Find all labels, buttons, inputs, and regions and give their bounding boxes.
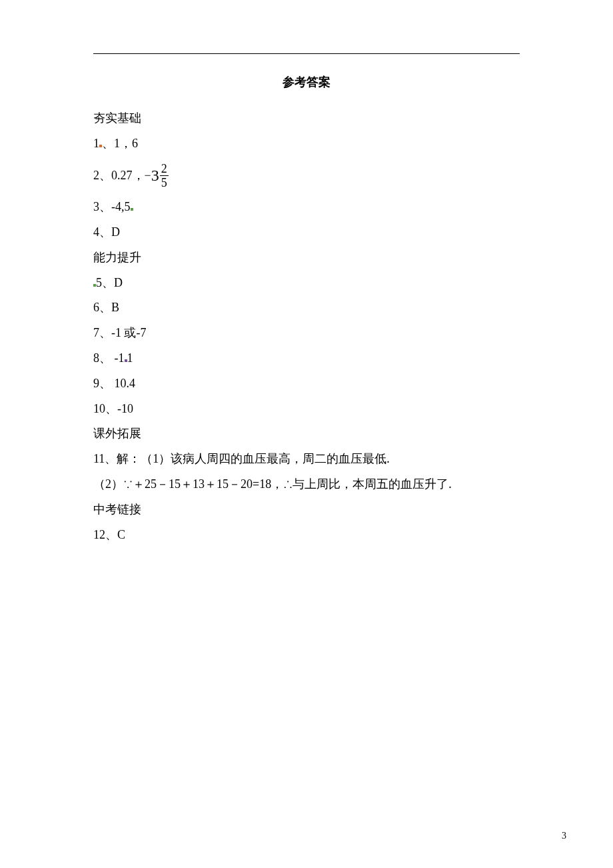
answer-1-text: 、1，6 <box>102 137 138 150</box>
marker-icon <box>131 208 133 211</box>
answer-8: 8、 -11 <box>93 346 520 371</box>
section-heading-2: 能力提升 <box>93 245 520 271</box>
answer-5-text: 5、D <box>96 276 123 289</box>
fraction-part: 2 5 <box>160 163 169 189</box>
answer-5: 5、D <box>93 271 520 296</box>
answer-2: 2、0.27， − 3 2 5 <box>93 157 520 195</box>
answer-3-text: 3、-4,5 <box>93 200 131 213</box>
answer-6: 6、B <box>93 295 520 321</box>
section-heading-4: 中考链接 <box>93 497 520 523</box>
answer-11-line1: 11、解：（1）该病人周四的血压最高，周二的血压最低. <box>93 447 520 472</box>
answer-12: 12、C <box>93 523 520 548</box>
section-heading-3: 课外拓展 <box>93 421 520 447</box>
answer-11-line2: （2）∵＋25－15＋13＋15－20=18，∴与上周比，本周五的血压升了. <box>93 472 520 497</box>
answer-4: 4、D <box>93 220 520 245</box>
top-rule <box>93 53 520 54</box>
section-heading-1: 夯实基础 <box>93 106 520 131</box>
answer-8-b: 1 <box>127 351 133 365</box>
minus-sign: − <box>145 161 151 190</box>
page-title: 参考答案 <box>93 74 520 90</box>
answer-10: 10、-10 <box>93 397 520 422</box>
answer-2-fraction: − 3 2 5 <box>145 157 169 195</box>
denominator: 5 <box>160 175 169 189</box>
answer-3: 3、-4,5 <box>93 195 520 220</box>
page-number: 3 <box>562 831 566 841</box>
numerator: 2 <box>160 163 169 175</box>
whole-part: 3 <box>151 157 159 195</box>
answer-9: 9、 10.4 <box>93 371 520 397</box>
answer-1: 1、1，6 <box>93 131 520 157</box>
answer-8-a: 8、 -1 <box>93 351 125 365</box>
answer-2-prefix: 2、0.27， <box>93 161 145 190</box>
answer-7: 7、-1 或-7 <box>93 321 520 346</box>
